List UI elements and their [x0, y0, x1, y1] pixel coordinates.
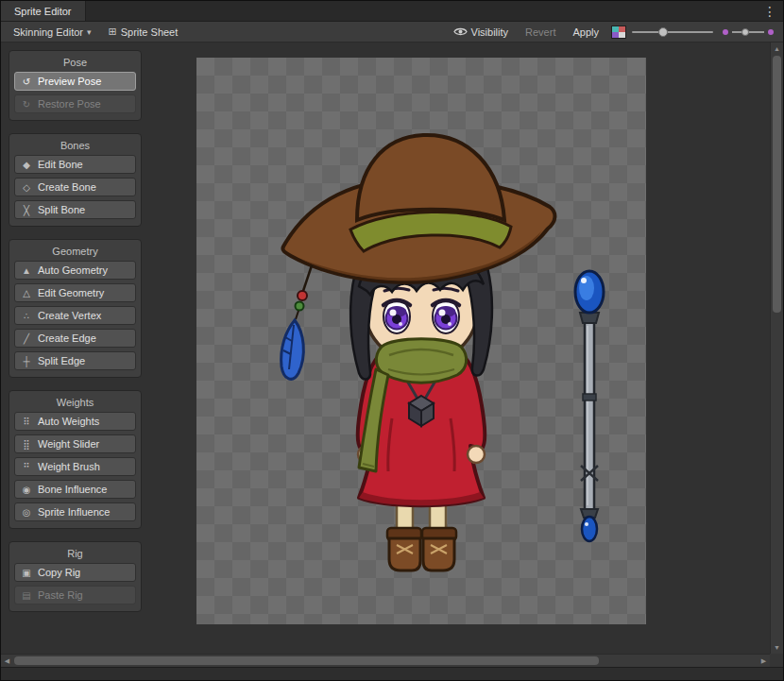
- weight-slider-button[interactable]: ⣿ Weight Slider: [14, 434, 136, 453]
- split-edge-icon: ┼: [21, 356, 32, 366]
- zoom-slider-track: [632, 31, 713, 33]
- scroll-left-arrow[interactable]: ◀: [1, 655, 13, 667]
- zoom-slider-thumb[interactable]: [658, 27, 668, 37]
- apply-label: Apply: [572, 26, 599, 38]
- bone-influence-button[interactable]: ◉ Bone Influence: [14, 480, 136, 499]
- scroll-right-arrow[interactable]: ▶: [758, 655, 770, 667]
- right-eye: [433, 299, 459, 333]
- opacity-dot-left-icon: [723, 29, 728, 35]
- group-title-rig: Rig: [14, 548, 136, 559]
- restore-pose-button[interactable]: ↻ Restore Pose: [14, 94, 136, 113]
- edit-geometry-button[interactable]: △ Edit Geometry: [14, 283, 136, 302]
- create-edge-button[interactable]: ╱ Create Edge: [14, 329, 136, 348]
- group-geometry: Geometry ▲ Auto Geometry △ Edit Geometry…: [9, 239, 142, 378]
- group-title-geometry: Geometry: [14, 246, 136, 257]
- skinning-editor-dropdown[interactable]: Skinning Editor ▾: [7, 25, 98, 40]
- kebab-menu-icon[interactable]: ⋮: [763, 3, 776, 20]
- horizontal-scrollbar[interactable]: ◀ ▶: [1, 654, 770, 667]
- copy-rig-icon: ▣: [21, 568, 32, 578]
- create-vertex-icon: ∴: [21, 311, 32, 321]
- paste-rig-button[interactable]: ▤ Paste Rig: [14, 586, 136, 604]
- staff-tip-gem: [582, 517, 597, 541]
- weight-brush-button[interactable]: ⠛ Weight Brush: [14, 457, 136, 476]
- edit-geometry-icon: △: [21, 288, 32, 298]
- sprite-sheet-label: Sprite Sheet: [121, 26, 179, 38]
- group-pose: Pose ↺ Preview Pose ↻ Restore Pose: [9, 50, 142, 121]
- zoom-slider[interactable]: [632, 26, 713, 39]
- split-bone-icon: ╳: [21, 205, 32, 215]
- revert-label: Revert: [525, 26, 555, 38]
- edit-bone-button[interactable]: ◆ Edit Bone: [14, 155, 136, 174]
- skinning-tool-panel: Pose ↺ Preview Pose ↻ Restore Pose Bones…: [1, 43, 154, 654]
- sprite-editor-window: Sprite Editor ⋮ Skinning Editor ▾ ⊞ Spri…: [0, 0, 784, 681]
- opacity-slider-thumb[interactable]: [741, 28, 749, 36]
- feather-charm: [281, 265, 312, 379]
- opacity-dot-right-icon: [768, 29, 774, 35]
- horizontal-scroll-thumb[interactable]: [14, 656, 599, 665]
- auto-weights-button[interactable]: ⠿ Auto Weights: [14, 412, 136, 431]
- tab-sprite-editor-label: Sprite Editor: [14, 6, 72, 17]
- scrollbar-corner: [770, 654, 783, 667]
- witch-hat: [282, 135, 554, 282]
- split-bone-button[interactable]: ╳ Split Bone: [14, 200, 136, 219]
- group-weights: Weights ⠿ Auto Weights ⣿ Weight Slider ⠛…: [9, 390, 142, 529]
- edit-bone-icon: ◆: [21, 160, 32, 170]
- sprite-viewport[interactable]: [196, 58, 646, 624]
- paste-rig-icon: ▤: [21, 590, 32, 601]
- preview-pose-button[interactable]: ↺ Preview Pose: [14, 72, 136, 91]
- opacity-slider-track[interactable]: [732, 26, 764, 38]
- split-edge-button[interactable]: ┼ Split Edge: [14, 351, 136, 370]
- apply-button[interactable]: Apply: [566, 25, 605, 40]
- tab-bar: Sprite Editor ⋮: [1, 1, 783, 22]
- sprite-canvas[interactable]: [196, 58, 646, 624]
- visibility-label: Visibility: [471, 26, 509, 38]
- sprite-influence-icon: ◎: [21, 507, 32, 518]
- group-rig: Rig ▣ Copy Rig ▤ Paste Rig: [9, 541, 142, 612]
- weight-brush-icon: ⠛: [21, 462, 32, 472]
- skinning-editor-label: Skinning Editor: [13, 26, 83, 38]
- create-bone-icon: ◇: [21, 182, 32, 193]
- boots: [387, 528, 456, 570]
- auto-geometry-icon: ▲: [21, 265, 32, 276]
- auto-geometry-button[interactable]: ▲ Auto Geometry: [14, 261, 136, 280]
- restore-pose-icon: ↻: [21, 99, 32, 110]
- weight-slider-icon: ⣿: [21, 439, 32, 450]
- scroll-down-arrow[interactable]: ▼: [771, 641, 783, 654]
- right-hand: [468, 446, 485, 463]
- create-edge-icon: ╱: [21, 333, 32, 344]
- bottom-strip: [1, 667, 783, 680]
- revert-button[interactable]: Revert: [519, 25, 562, 40]
- left-eye: [383, 299, 410, 333]
- preview-pose-icon: ↺: [21, 77, 32, 87]
- chevron-down-icon: ▾: [87, 27, 92, 37]
- group-title-pose: Pose: [14, 57, 136, 68]
- color-mode-swatch-icon[interactable]: [611, 26, 626, 39]
- character-sprite[interactable]: [281, 135, 555, 570]
- vertical-scroll-thumb[interactable]: [773, 56, 781, 313]
- group-title-weights: Weights: [14, 397, 136, 408]
- visibility-eye-icon: [453, 26, 468, 37]
- vertical-scrollbar[interactable]: ▲ ▼: [770, 43, 783, 654]
- scroll-up-arrow[interactable]: ▲: [771, 43, 783, 55]
- opacity-slider: [723, 26, 774, 38]
- toolbar: Skinning Editor ▾ ⊞ Sprite Sheet Visibil…: [1, 22, 783, 43]
- staff-ring: [583, 394, 596, 400]
- create-vertex-button[interactable]: ∴ Create Vertex: [14, 306, 136, 325]
- bone-influence-icon: ◉: [21, 485, 32, 495]
- visibility-toggle[interactable]: Visibility: [447, 25, 516, 40]
- group-title-bones: Bones: [14, 140, 136, 151]
- group-bones: Bones ◆ Edit Bone ◇ Create Bone ╳ Split …: [9, 133, 142, 227]
- create-bone-button[interactable]: ◇ Create Bone: [14, 178, 136, 196]
- tab-sprite-editor[interactable]: Sprite Editor: [1, 1, 86, 21]
- auto-weights-icon: ⠿: [21, 417, 32, 427]
- sprite-influence-button[interactable]: ◎ Sprite Influence: [14, 502, 136, 521]
- staff-sprite[interactable]: [575, 271, 604, 541]
- sprite-sheet-icon: ⊞: [109, 26, 117, 38]
- sprite-sheet-button[interactable]: ⊞ Sprite Sheet: [102, 24, 185, 40]
- copy-rig-button[interactable]: ▣ Copy Rig: [14, 563, 136, 582]
